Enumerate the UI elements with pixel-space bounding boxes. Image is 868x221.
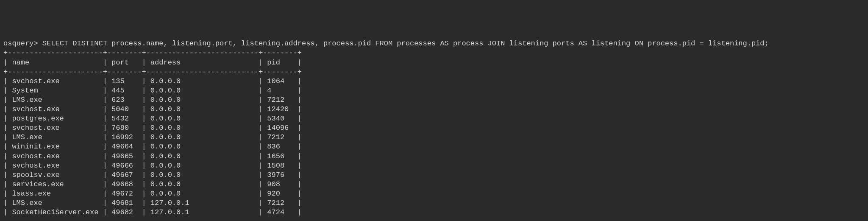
table-header-border: +----------------------+--------+-------… [3,68,302,76]
prompt: osquery> [3,39,42,48]
table-data-rows: | svchost.exe | 135 | 0.0.0.0 | 1064 | |… [3,77,865,217]
table-top-border: +----------------------+--------+-------… [3,49,302,57]
prompt-line: osquery> SELECT DISTINCT process.name, l… [3,39,769,48]
query-text: SELECT DISTINCT process.name, listening.… [42,39,769,48]
table-header-row: | name | port | address | pid | [3,59,302,67]
terminal-output[interactable]: osquery> SELECT DISTINCT process.name, l… [3,39,865,217]
